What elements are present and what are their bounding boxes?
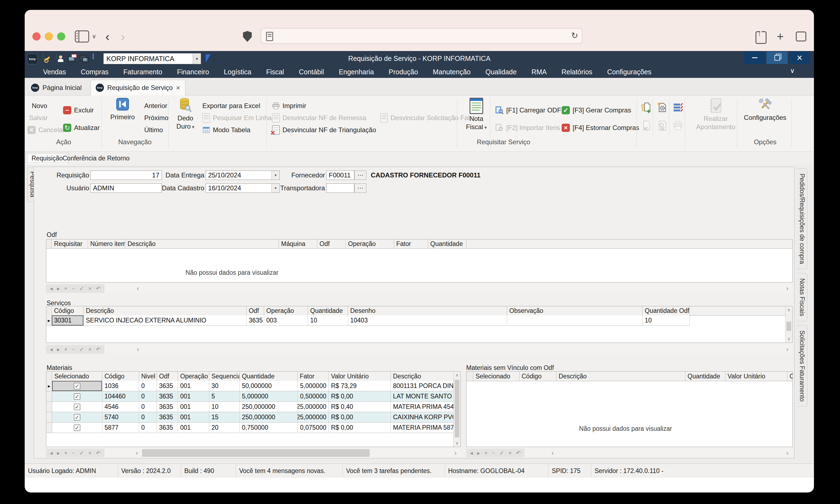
cell-sequencia[interactable]: 20 bbox=[209, 422, 240, 433]
cell-sequencia[interactable]: 30 bbox=[209, 381, 240, 391]
servicos-col-descricao[interactable]: Descrição bbox=[84, 306, 247, 316]
nav-cancel-icon[interactable]: × bbox=[508, 449, 512, 457]
print-button-disabled[interactable] bbox=[672, 119, 684, 133]
msv-col-descricao[interactable]: Descrição bbox=[556, 372, 685, 381]
cell-valor-unitario[interactable]: R$ 0,00 bbox=[329, 412, 391, 422]
privacy-shield-button[interactable] bbox=[242, 29, 253, 44]
nav-post-icon[interactable]: ✓ bbox=[79, 345, 84, 354]
cell-odf[interactable]: 3635 bbox=[157, 381, 178, 391]
scroll-left-icon[interactable] bbox=[134, 284, 142, 293]
nav-move-next-icon[interactable]: ▸ bbox=[57, 284, 60, 293]
nav-refresh-icon[interactable]: ↶ bbox=[96, 345, 101, 354]
sidebar-toggle-button[interactable] bbox=[75, 29, 89, 44]
menu-logistica[interactable]: Logística bbox=[216, 68, 258, 76]
cell-quantidade[interactable]: 10 bbox=[308, 316, 348, 325]
mat-col-operacao[interactable]: Operação bbox=[178, 372, 209, 381]
reload-icon[interactable] bbox=[571, 31, 578, 40]
scroll-down-icon[interactable] bbox=[453, 439, 461, 447]
proximo-button[interactable]: Próximo bbox=[144, 113, 168, 123]
nav-delete-icon[interactable]: − bbox=[72, 345, 75, 354]
cell-operacao[interactable]: 001 bbox=[178, 422, 209, 433]
tab-close-icon[interactable] bbox=[176, 84, 180, 92]
configuracoes-button[interactable]: Configurações bbox=[743, 97, 787, 122]
cell-sequencia[interactable]: 15 bbox=[209, 412, 240, 422]
materiais-row[interactable]: 5740 0 3635 001 15 250,000000 25,000000 … bbox=[46, 412, 453, 422]
transportadora-lookup-button[interactable] bbox=[354, 183, 367, 193]
tab-requisicao-de-servico[interactable]: korp Requisição de Serviço bbox=[90, 80, 185, 95]
fornecedor-lookup-button[interactable] bbox=[354, 170, 367, 180]
servicos-col-operacao[interactable]: Operação bbox=[264, 306, 308, 316]
cell-operacao[interactable]: 001 bbox=[178, 412, 209, 422]
odf-col-quantidade[interactable]: Quantidade bbox=[428, 239, 466, 249]
cell-operacao[interactable]: 001 bbox=[178, 391, 209, 401]
cell-valor-unitario[interactable]: R$ 0,00 bbox=[329, 391, 391, 401]
requisicao-field[interactable]: 17 bbox=[90, 170, 162, 180]
scroll-right-icon[interactable] bbox=[783, 345, 791, 354]
cell-odf[interactable]: 3635 bbox=[157, 402, 178, 412]
menu-manutencao[interactable]: Manutenção bbox=[425, 68, 478, 76]
desvincular-nf-triangulacao-button[interactable]: Desvincular NF de Triangulação bbox=[272, 125, 376, 135]
fornecedor-field[interactable]: F00011 bbox=[326, 170, 354, 180]
app-close-button[interactable] bbox=[789, 52, 810, 64]
odf-col-maquina[interactable]: Máquina bbox=[279, 239, 317, 249]
mat-col-nivel[interactable]: Nivel bbox=[139, 372, 157, 381]
side-tab-notas-fiscais[interactable]: Notas Fiscais bbox=[797, 273, 807, 321]
imprimir-button[interactable]: Imprimir bbox=[272, 101, 306, 111]
nav-cancel-icon[interactable]: × bbox=[88, 345, 92, 354]
cell-odf[interactable]: 3635 bbox=[157, 422, 178, 433]
msv-col-quantidade[interactable]: Quantidade bbox=[685, 372, 726, 381]
scroll-left-icon[interactable] bbox=[134, 345, 142, 354]
menu-vendas[interactable]: Vendas bbox=[36, 68, 73, 76]
msv-col-codigo[interactable]: Código bbox=[519, 372, 556, 381]
exportar-excel-button[interactable]: Exportar para Excel bbox=[202, 101, 260, 111]
nav-refresh-icon[interactable]: ↶ bbox=[96, 284, 101, 293]
nav-post-icon[interactable]: ✓ bbox=[79, 284, 84, 293]
cell-quantidade[interactable]: 250,000000 bbox=[240, 412, 298, 422]
materiais-row[interactable]: 4546 0 3635 001 10 250,000000 25,000000 … bbox=[46, 402, 453, 412]
nav-move-next-icon[interactable]: ▸ bbox=[477, 449, 480, 457]
atualizar-button[interactable]: Atualizar bbox=[63, 123, 100, 133]
scroll-thumb[interactable] bbox=[787, 322, 791, 331]
forward-button[interactable] bbox=[118, 29, 128, 44]
nav-cancel-icon[interactable]: × bbox=[88, 284, 92, 293]
nav-insert-icon[interactable]: + bbox=[484, 449, 488, 457]
cell-nivel[interactable]: 0 bbox=[139, 402, 157, 412]
nav-delete-icon[interactable]: − bbox=[72, 284, 75, 293]
materiais-vertical-scrollbar[interactable] bbox=[453, 372, 461, 447]
traffic-minimize-button[interactable] bbox=[45, 32, 53, 40]
mat-col-descricao[interactable]: Descrição bbox=[391, 372, 453, 381]
data-entrega-dropdown-icon[interactable] bbox=[271, 170, 280, 180]
f1-carregar-odf-button[interactable]: [F1] Carregar ODF bbox=[495, 105, 561, 115]
cell-operacao[interactable]: 003 bbox=[264, 316, 308, 325]
nav-insert-icon[interactable]: + bbox=[64, 449, 68, 457]
tab-pagina-inicial[interactable]: korp Página Inicial bbox=[26, 80, 87, 95]
menu-producao[interactable]: Produção bbox=[381, 68, 425, 76]
ultimo-button[interactable]: Último bbox=[144, 125, 163, 135]
address-bar[interactable] bbox=[261, 28, 583, 44]
nav-move-next-icon[interactable]: ▸ bbox=[57, 345, 60, 354]
cell-fator[interactable]: 0,500000 bbox=[298, 391, 329, 401]
nav-cancel-icon[interactable]: × bbox=[88, 449, 92, 457]
desvincular-solicitacao-button[interactable]: Desvincular Solicitação Fat. bbox=[380, 113, 472, 123]
realizar-apontamento-button[interactable]: Realizar Apontamento bbox=[694, 97, 738, 131]
scroll-up-icon[interactable] bbox=[785, 306, 792, 313]
cell-nivel[interactable]: 0 bbox=[139, 412, 157, 422]
remove-document-button-disabled[interactable] bbox=[640, 119, 652, 133]
list-edit-button[interactable] bbox=[672, 101, 684, 114]
scroll-down-icon[interactable] bbox=[785, 335, 792, 342]
cell-fator[interactable]: 25,000000 bbox=[298, 412, 329, 422]
status-mensagens[interactable]: Você tem 4 mensagens novas. bbox=[236, 464, 343, 478]
cell-selecionado[interactable] bbox=[52, 391, 102, 401]
cell-descricao[interactable]: 8001131 PORCA DIN 6923 bbox=[391, 381, 453, 391]
odf-col-descricao[interactable]: Descrição bbox=[125, 239, 279, 249]
checkbox-checked-icon[interactable] bbox=[74, 414, 81, 421]
desvincular-nf-remessa-button[interactable]: Desvincular NF de Remessa bbox=[272, 113, 366, 123]
menu-qualidade[interactable]: Qualidade bbox=[478, 68, 524, 76]
cell-fator[interactable]: 25,000000 bbox=[298, 402, 329, 412]
data-entrega-field[interactable]: 25/10/2024 bbox=[206, 170, 280, 180]
odf-col-odf[interactable]: Odf bbox=[317, 239, 346, 249]
menu-engenharia[interactable]: Engenharia bbox=[331, 68, 381, 76]
nav-post-icon[interactable]: ✓ bbox=[79, 449, 84, 457]
workspace-dropdown-icon[interactable] bbox=[193, 53, 201, 64]
odf-col-fator[interactable]: Fator bbox=[394, 239, 428, 249]
